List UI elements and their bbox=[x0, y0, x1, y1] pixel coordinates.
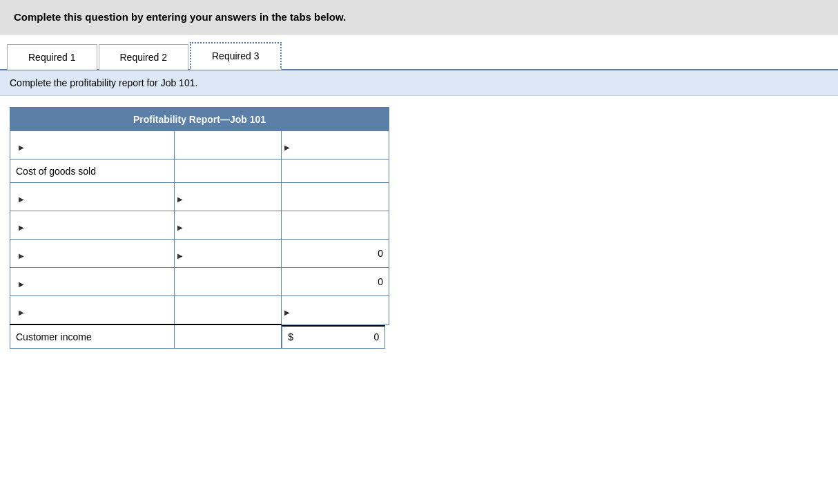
row1-col3-dropdown[interactable] bbox=[284, 141, 292, 149]
row7-label-cell bbox=[10, 296, 175, 325]
row6-label-cell bbox=[10, 268, 175, 296]
row6-col3-value: 0 bbox=[282, 268, 389, 296]
row3-col2-input[interactable] bbox=[188, 186, 279, 208]
row1-col2-cell bbox=[175, 131, 282, 159]
table-row: Cost of goods sold bbox=[10, 159, 389, 183]
row6-col2-cell bbox=[175, 268, 282, 296]
row4-label-cell bbox=[10, 211, 175, 240]
row7-col2-input[interactable] bbox=[175, 296, 281, 324]
row2-col3-input[interactable] bbox=[282, 159, 389, 182]
tab-description: Complete the profitability report for Jo… bbox=[0, 70, 838, 96]
customer-income-label: Customer income bbox=[10, 324, 175, 349]
row6-label-dropdown[interactable] bbox=[19, 278, 26, 286]
table-row: 0 bbox=[10, 268, 389, 296]
row2-col2-cell bbox=[175, 159, 282, 183]
header-text: Complete this question by entering your … bbox=[14, 11, 346, 23]
row2-col2-input[interactable] bbox=[175, 159, 281, 182]
customer-income-col2-cell bbox=[175, 324, 282, 349]
row2-col3-cell bbox=[282, 159, 389, 183]
row1-label-cell bbox=[10, 131, 175, 159]
tabs-bar: Required 1 Required 2 Required 3 bbox=[0, 35, 838, 70]
row4-col3-input[interactable] bbox=[282, 211, 389, 239]
customer-income-value-cell: $ 0 bbox=[282, 325, 385, 349]
table-row bbox=[10, 131, 389, 159]
row5-col2-cell bbox=[175, 240, 282, 268]
table-row: Customer income $ 0 bbox=[10, 324, 389, 349]
customer-income-value: 0 bbox=[373, 331, 379, 342]
row7-label-input[interactable] bbox=[29, 302, 166, 318]
table-row: 0 bbox=[10, 240, 389, 268]
row7-col3-cell bbox=[282, 296, 389, 325]
row1-col3-input[interactable] bbox=[295, 134, 386, 156]
report-section: Profitability Report—Job 101 bbox=[0, 96, 838, 360]
row3-col3-input[interactable] bbox=[282, 183, 389, 211]
row3-col3-cell bbox=[282, 183, 389, 211]
row7-label-dropdown[interactable] bbox=[19, 306, 26, 314]
row3-label-dropdown[interactable] bbox=[19, 193, 26, 201]
row3-col2-dropdown[interactable] bbox=[177, 193, 185, 201]
row1-label-dropdown[interactable] bbox=[19, 141, 26, 149]
row2-label-cell: Cost of goods sold bbox=[10, 159, 175, 183]
row3-label-input[interactable] bbox=[29, 188, 166, 205]
row5-col2-dropdown[interactable] bbox=[177, 249, 185, 258]
row1-col2-input[interactable] bbox=[175, 131, 281, 159]
table-row bbox=[10, 211, 389, 240]
description-text: Complete the profitability report for Jo… bbox=[10, 77, 197, 88]
row3-col2-cell bbox=[175, 183, 282, 211]
row7-col3-dropdown[interactable] bbox=[284, 306, 292, 314]
row5-label-dropdown[interactable] bbox=[19, 249, 26, 258]
table-row bbox=[10, 183, 389, 211]
dollar-sign: $ bbox=[288, 331, 293, 342]
row5-col2-input[interactable] bbox=[188, 242, 279, 264]
row3-label-cell bbox=[10, 183, 175, 211]
row4-col2-input[interactable] bbox=[188, 214, 279, 236]
tab-required-1[interactable]: Required 1 bbox=[7, 44, 97, 70]
customer-income-col2-input[interactable] bbox=[175, 325, 281, 348]
row7-col2-cell bbox=[175, 296, 282, 325]
tab-required-3[interactable]: Required 3 bbox=[190, 42, 282, 70]
table-title: Profitability Report—Job 101 bbox=[10, 108, 389, 131]
row5-label-input[interactable] bbox=[29, 245, 166, 262]
row4-col2-dropdown[interactable] bbox=[177, 221, 185, 229]
row1-col3-cell bbox=[282, 131, 389, 159]
row4-label-dropdown[interactable] bbox=[19, 221, 26, 229]
row6-col2-input[interactable] bbox=[175, 268, 281, 295]
row7-col3-input[interactable] bbox=[295, 299, 386, 322]
row6-label-input[interactable] bbox=[29, 273, 166, 290]
row1-label-input[interactable] bbox=[29, 137, 166, 153]
row5-col3-value: 0 bbox=[282, 240, 389, 268]
row5-label-cell bbox=[10, 240, 175, 268]
page-header: Complete this question by entering your … bbox=[0, 0, 838, 35]
row4-col2-cell bbox=[175, 211, 282, 240]
tab-required-2[interactable]: Required 2 bbox=[99, 44, 189, 70]
row4-col3-cell bbox=[282, 211, 389, 240]
profitability-table: Profitability Report—Job 101 bbox=[10, 107, 389, 349]
row4-label-input[interactable] bbox=[29, 217, 166, 233]
table-row bbox=[10, 296, 389, 325]
